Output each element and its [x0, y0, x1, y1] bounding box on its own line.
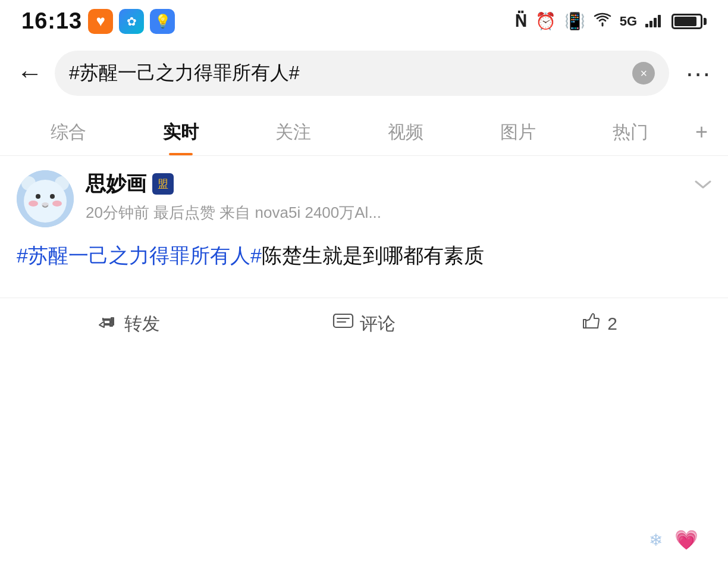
signal-bars-icon: [645, 11, 663, 32]
vibrate-icon: 📳: [564, 11, 585, 31]
comment-button[interactable]: 评论: [247, 312, 482, 336]
action-bar: 转发 评论 2: [0, 298, 728, 349]
status-time: 16:13: [21, 8, 82, 34]
more-options-button[interactable]: ···: [686, 58, 711, 88]
like-icon: [580, 311, 601, 336]
bottom-decoration: ❄ 💗: [649, 528, 698, 551]
post-username[interactable]: 思妙画: [86, 170, 146, 198]
tab-add-button[interactable]: +: [687, 107, 716, 155]
tab-hot[interactable]: 热门: [575, 107, 687, 155]
svg-point-10: [29, 201, 38, 207]
post-body-text: 陈楚生就是到哪都有素质: [262, 244, 484, 267]
status-right: N̈ ⏰ 📳 5G: [514, 11, 707, 32]
svg-rect-1: [649, 21, 652, 27]
tab-following[interactable]: 关注: [237, 107, 349, 155]
tab-navigation: 综合 实时 关注 视频 图片 热门 +: [0, 107, 728, 156]
avatar[interactable]: [17, 170, 74, 227]
bulb-icon: 💡: [150, 9, 175, 34]
repost-icon: [98, 312, 118, 336]
5g-icon: 5G: [620, 14, 637, 29]
status-bar: 16:13 ♥ ✿ 💡 N̈ ⏰ 📳 5G: [0, 0, 728, 40]
post-area: 思妙画 盟 20分钟前 最后点赞 来自 nova5i 2400万Al... #苏…: [0, 156, 728, 298]
tab-comprehensive[interactable]: 综合: [12, 107, 124, 155]
post-meta: 20分钟前 最后点赞 来自 nova5i 2400万Al...: [86, 202, 683, 223]
post-username-row: 思妙画 盟: [86, 170, 683, 198]
svg-rect-3: [658, 15, 661, 27]
pinwheel-icon: ✿: [119, 9, 144, 34]
alarm-icon: ⏰: [535, 11, 556, 31]
svg-rect-0: [645, 24, 648, 27]
tab-realtime[interactable]: 实时: [124, 107, 237, 155]
search-clear-button[interactable]: ×: [632, 62, 655, 85]
post-badge: 盟: [152, 173, 174, 195]
back-button[interactable]: ←: [17, 60, 43, 86]
status-left: 16:13 ♥ ✿ 💡: [21, 8, 175, 34]
tab-video[interactable]: 视频: [349, 107, 462, 155]
svg-rect-13: [334, 314, 353, 327]
svg-point-11: [52, 201, 62, 207]
post-header: 思妙画 盟 20分钟前 最后点赞 来自 nova5i 2400万Al...: [17, 170, 711, 227]
collapse-button[interactable]: [695, 170, 711, 195]
search-query: #苏醒一己之力得罪所有人#: [69, 60, 625, 86]
nfc-icon: N̈: [514, 11, 527, 31]
hashtag-text: #苏醒一己之力得罪所有人#: [17, 244, 262, 267]
comment-icon: [332, 312, 354, 336]
tab-image[interactable]: 图片: [462, 107, 575, 155]
wifi-icon: [594, 12, 611, 31]
comment-label: 评论: [360, 312, 396, 336]
heart-app-icon: ♥: [88, 9, 113, 34]
snowflake-icon: ❄: [649, 530, 663, 550]
repost-label: 转发: [124, 312, 160, 336]
repost-button[interactable]: 转发: [12, 312, 247, 336]
post-content[interactable]: #苏醒一己之力得罪所有人#陈楚生就是到哪都有素质: [17, 239, 711, 283]
search-area: ← #苏醒一己之力得罪所有人# × ···: [0, 40, 728, 107]
like-count: 2: [607, 314, 617, 334]
search-bar[interactable]: #苏醒一己之力得罪所有人# ×: [55, 51, 669, 96]
svg-point-8: [36, 194, 40, 199]
svg-point-7: [24, 180, 67, 223]
heart-decoration-icon: 💗: [674, 528, 698, 551]
svg-rect-2: [654, 18, 657, 27]
like-button[interactable]: 2: [481, 311, 716, 336]
svg-point-9: [50, 194, 55, 199]
post-info: 思妙画 盟 20分钟前 最后点赞 来自 nova5i 2400万Al...: [86, 170, 683, 223]
battery-icon: [671, 14, 707, 29]
